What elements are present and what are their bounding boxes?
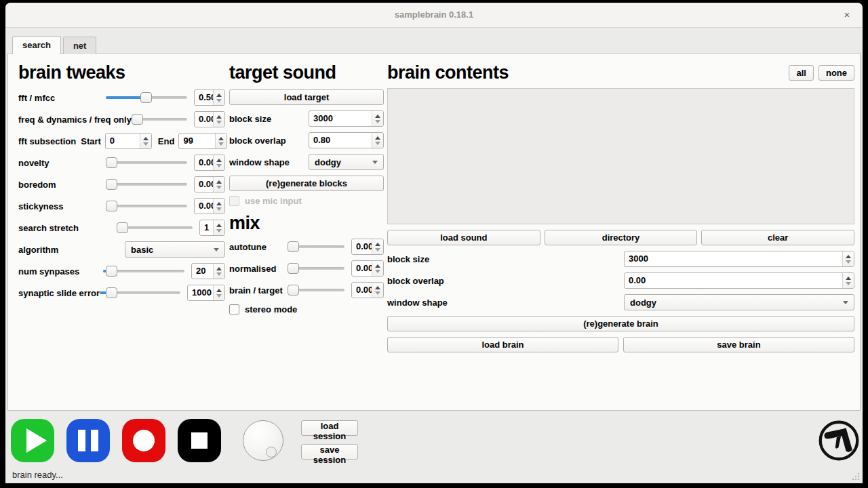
spin-up-icon[interactable] [846, 255, 851, 258]
spin-down-icon[interactable] [846, 260, 851, 264]
spin-down-icon[interactable] [216, 99, 222, 102]
normalised-slider[interactable] [288, 262, 344, 275]
fft-start-spinbox[interactable]: 0 [105, 133, 152, 149]
autotune-spinbox[interactable]: 0.00 [351, 239, 384, 255]
select-all-button[interactable]: all [789, 65, 813, 81]
regenerate-brain-button[interactable]: (re)generate brain [387, 316, 854, 331]
pause-button[interactable] [66, 419, 110, 462]
spin-down-icon[interactable] [375, 291, 380, 295]
spin-up-icon[interactable] [375, 136, 380, 140]
stickyness-spinbox[interactable]: 0.00 [194, 198, 225, 214]
spin-up-icon[interactable] [375, 286, 380, 289]
spin-up-icon[interactable] [216, 202, 222, 205]
synaptic-slide-error-spinbox[interactable]: 1000 [187, 285, 225, 301]
play-button[interactable] [11, 419, 54, 462]
num-synpases-slider[interactable] [103, 264, 184, 278]
save-session-button[interactable]: save session [301, 444, 358, 460]
brain-block-overlap-spinbox[interactable]: 0.00 [624, 272, 854, 289]
stop-button[interactable] [178, 419, 221, 462]
brain-target-slider[interactable] [288, 283, 344, 297]
load-session-button[interactable]: load session [301, 420, 358, 436]
spin-down-icon[interactable] [375, 142, 380, 145]
fft-end-spinbox[interactable]: 99 [178, 133, 227, 149]
freq-dynamics-slider[interactable] [132, 113, 187, 126]
spin-down-icon[interactable] [846, 282, 851, 285]
regenerate-blocks-button[interactable]: (re)generate blocks [229, 176, 384, 191]
spin-up-icon[interactable] [846, 277, 851, 280]
directory-button[interactable]: directory [545, 230, 698, 245]
boredom-slider[interactable] [106, 178, 187, 191]
spin-down-icon[interactable] [216, 294, 222, 298]
volume-knob[interactable] [243, 420, 283, 461]
target-block-size-spinbox[interactable]: 3000 [309, 110, 384, 127]
slider-handle[interactable] [117, 222, 128, 233]
spin-up-icon[interactable] [375, 264, 380, 268]
spin-down-icon[interactable] [216, 272, 222, 276]
spin-down-icon[interactable] [143, 142, 149, 146]
spin-down-icon[interactable] [216, 229, 222, 232]
novelty-spinbox[interactable]: 0.00 [194, 155, 225, 171]
search-stretch-spinbox[interactable]: 1 [199, 220, 225, 236]
brain-contents-list[interactable] [387, 88, 854, 224]
clear-button[interactable]: clear [701, 230, 854, 245]
slider-handle[interactable] [140, 92, 152, 103]
resize-grip[interactable] [852, 472, 861, 481]
spin-up-icon[interactable] [216, 289, 222, 292]
select-none-button[interactable]: none [818, 65, 854, 81]
tab-search[interactable]: search [12, 36, 61, 54]
target-window-shape-dropdown[interactable]: dodgy [309, 154, 384, 170]
spin-down-icon[interactable] [375, 120, 380, 123]
save-brain-button[interactable]: save brain [623, 337, 854, 352]
spin-up-icon[interactable] [216, 224, 222, 227]
synaptic-slide-error-slider[interactable] [100, 286, 180, 300]
slider-handle[interactable] [106, 266, 117, 277]
spin-down-icon[interactable] [216, 186, 222, 189]
target-block-overlap-spinbox[interactable]: 0.80 [309, 132, 384, 148]
tab-net[interactable]: net [63, 37, 97, 54]
brain-window-shape-dropdown[interactable]: dodgy [624, 294, 854, 310]
spin-up-icon[interactable] [218, 137, 224, 140]
spin-up-icon[interactable] [216, 94, 222, 97]
brain-target-spinbox[interactable]: 0.00 [351, 282, 384, 298]
novelty-slider[interactable] [106, 156, 187, 169]
spin-up-icon[interactable] [216, 115, 222, 119]
spin-up-icon[interactable] [216, 267, 222, 270]
slider-handle[interactable] [132, 114, 143, 125]
slider-handle[interactable] [288, 263, 299, 274]
algorithm-dropdown[interactable]: basic [125, 241, 225, 258]
freq-dynamics-spinbox[interactable]: 0.00 [194, 111, 225, 127]
slider-handle[interactable] [106, 157, 117, 168]
stickyness-slider[interactable] [106, 199, 187, 213]
brain-block-size-spinbox[interactable]: 3000 [624, 251, 854, 267]
spin-up-icon[interactable] [216, 180, 222, 184]
slider-handle[interactable] [106, 201, 117, 211]
load-target-button[interactable]: load target [229, 89, 384, 105]
slider-handle[interactable] [288, 285, 299, 296]
spin-down-icon[interactable] [216, 121, 222, 124]
search-stretch-slider[interactable] [117, 221, 193, 235]
spin-down-icon[interactable] [216, 207, 222, 211]
slider-handle[interactable] [288, 241, 299, 252]
spin-down-icon[interactable] [375, 270, 380, 273]
spin-up-icon[interactable] [216, 159, 222, 162]
spin-up-icon[interactable] [375, 243, 380, 246]
load-sound-button[interactable]: load sound [387, 230, 540, 245]
num-synpases-spinbox[interactable]: 20 [191, 263, 225, 279]
title-bar[interactable]: samplebrain 0.18.1 × [5, 3, 863, 28]
boredom-spinbox[interactable]: 0.00 [194, 176, 225, 192]
load-brain-button[interactable]: load brain [387, 337, 618, 352]
slider-handle[interactable] [106, 287, 117, 298]
spin-down-icon[interactable] [375, 248, 380, 251]
spin-up-icon[interactable] [375, 115, 380, 118]
spin-down-icon[interactable] [218, 142, 224, 146]
stereo-mode-checkbox[interactable]: stereo mode [229, 304, 384, 314]
record-button[interactable] [122, 419, 165, 462]
fft-mfcc-slider[interactable] [106, 91, 187, 104]
normalised-spinbox[interactable]: 0.00 [351, 260, 384, 277]
spin-down-icon[interactable] [216, 164, 222, 167]
spin-up-icon[interactable] [143, 137, 149, 140]
close-icon[interactable]: × [838, 6, 856, 24]
slider-handle[interactable] [106, 179, 117, 190]
fft-mfcc-spinbox[interactable]: 0.50 [194, 89, 225, 106]
autotune-slider[interactable] [288, 240, 344, 253]
